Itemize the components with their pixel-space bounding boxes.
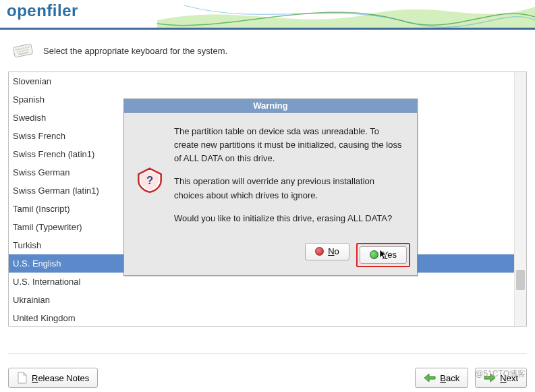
svg-text:?: ? xyxy=(146,174,153,187)
yes-highlight: Yes xyxy=(356,243,410,267)
scrollbar-thumb[interactable] xyxy=(516,270,525,290)
svg-rect-8 xyxy=(20,51,22,53)
svg-rect-1 xyxy=(16,49,18,51)
list-item[interactable]: United Kingdom xyxy=(9,309,514,326)
footer: Release Notes Back Next xyxy=(8,354,527,388)
keyboard-icon xyxy=(11,40,35,61)
back-arrow-icon xyxy=(424,373,436,383)
dialog-para2: This operation will override any previou… xyxy=(174,175,405,202)
back-button[interactable]: Back xyxy=(415,368,468,388)
svg-rect-3 xyxy=(20,48,22,50)
warning-dialog: Warning ? The partition table on device … xyxy=(123,99,418,276)
next-label: Next xyxy=(500,373,518,383)
instruction-text: Select the appropriate keyboard for the … xyxy=(43,46,227,56)
svg-rect-10 xyxy=(24,49,26,51)
yes-label: Yes xyxy=(383,250,397,260)
svg-rect-7 xyxy=(17,51,19,53)
next-arrow-icon xyxy=(484,373,496,383)
dialog-buttons: No Yes xyxy=(124,239,417,275)
svg-rect-11 xyxy=(27,49,29,51)
back-label: Back xyxy=(440,373,459,383)
yes-button[interactable]: Yes xyxy=(360,246,407,264)
scrollbar[interactable] xyxy=(514,72,526,326)
svg-rect-4 xyxy=(23,47,25,49)
svg-rect-2 xyxy=(18,49,20,51)
svg-rect-5 xyxy=(25,47,27,49)
dialog-text: The partition table on device sda was un… xyxy=(174,125,405,235)
yes-icon xyxy=(370,250,378,259)
list-item[interactable]: Slovenian xyxy=(9,72,514,90)
instruction-row: Select the appropriate keyboard for the … xyxy=(11,40,527,61)
dialog-body: ? The partition table on device sda was … xyxy=(124,113,417,239)
brand-logo: openfiler xyxy=(7,1,78,20)
release-notes-label: Release Notes xyxy=(32,373,89,383)
no-label: No xyxy=(328,246,339,256)
dialog-para1: The partition table on device sda was un… xyxy=(174,125,405,165)
header-decoration xyxy=(157,0,535,30)
dialog-title: Warning xyxy=(124,99,417,113)
svg-rect-6 xyxy=(28,46,30,48)
header: openfiler xyxy=(0,0,535,30)
svg-rect-9 xyxy=(22,50,24,52)
document-icon xyxy=(17,372,28,384)
list-item[interactable]: Ukrainian xyxy=(9,291,514,309)
no-icon xyxy=(315,247,324,256)
next-button[interactable]: Next xyxy=(475,368,527,388)
release-notes-button[interactable]: Release Notes xyxy=(8,368,98,388)
dialog-para3: Would you like to initialize this drive,… xyxy=(174,212,405,225)
warning-icon: ? xyxy=(136,125,163,235)
no-button[interactable]: No xyxy=(305,243,349,260)
